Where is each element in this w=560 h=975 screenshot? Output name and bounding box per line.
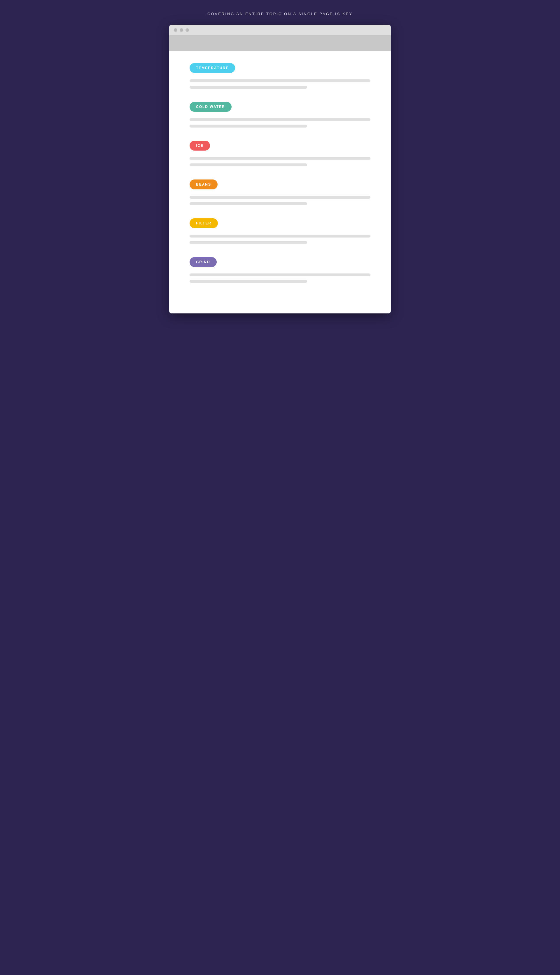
- text-line: [190, 118, 370, 121]
- text-line: [190, 235, 370, 237]
- section-grind: GRIND: [190, 257, 370, 283]
- text-line: [190, 196, 370, 199]
- section-beans: BEANS: [190, 179, 370, 205]
- text-line: [190, 274, 370, 276]
- badge-ice[interactable]: ICE: [190, 141, 210, 150]
- text-line: [190, 125, 307, 127]
- browser-dot-red: [174, 28, 177, 32]
- section-ice: ICE: [190, 141, 370, 166]
- text-line: [190, 164, 307, 166]
- section-cold-water: COLD WATER: [190, 102, 370, 127]
- badge-cold-water[interactable]: COLD WATER: [190, 102, 232, 112]
- text-line: [190, 202, 307, 205]
- text-line: [190, 79, 370, 82]
- text-line: [190, 86, 307, 89]
- browser-nav-bar: [169, 35, 391, 51]
- badge-filter[interactable]: FILTER: [190, 218, 218, 228]
- browser-titlebar: [169, 25, 391, 35]
- page-title: COVERING AN ENTIRE TOPIC ON A SINGLE PAG…: [207, 12, 353, 16]
- browser-window: TEMPERATURE COLD WATER ICE BEANS FILTER: [169, 25, 391, 314]
- browser-dot-green: [185, 28, 189, 32]
- browser-dot-yellow: [180, 28, 183, 32]
- browser-content: TEMPERATURE COLD WATER ICE BEANS FILTER: [169, 51, 391, 314]
- text-line: [190, 280, 307, 283]
- badge-grind[interactable]: GRIND: [190, 257, 217, 267]
- badge-beans[interactable]: BEANS: [190, 179, 218, 189]
- section-filter: FILTER: [190, 218, 370, 244]
- section-temperature: TEMPERATURE: [190, 63, 370, 89]
- text-line: [190, 241, 307, 244]
- text-line: [190, 157, 370, 160]
- badge-temperature[interactable]: TEMPERATURE: [190, 63, 235, 73]
